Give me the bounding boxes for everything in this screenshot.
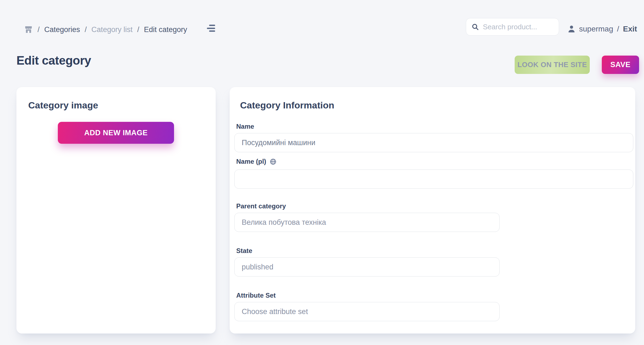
breadcrumb-item-category-list[interactable]: Category list bbox=[92, 25, 133, 34]
product-search bbox=[466, 18, 559, 36]
user-icon bbox=[567, 25, 576, 34]
user-menu[interactable]: supermag / Exit bbox=[567, 24, 637, 34]
breadcrumb-separator: / bbox=[85, 25, 87, 34]
menu-icon[interactable] bbox=[206, 24, 215, 32]
username: supermag bbox=[579, 25, 613, 33]
breadcrumb: / Categories / Category list / Edit cate… bbox=[24, 24, 187, 36]
add-new-image-button[interactable]: ADD NEW IMAGE bbox=[58, 122, 174, 144]
store-icon[interactable] bbox=[24, 25, 33, 34]
breadcrumb-item-edit-category: Edit category bbox=[144, 25, 187, 34]
state-label-text: State bbox=[236, 247, 252, 255]
user-separator: / bbox=[617, 25, 619, 33]
state-input[interactable] bbox=[234, 257, 500, 277]
state-label: State bbox=[236, 247, 252, 255]
menu-bar bbox=[209, 25, 215, 26]
category-image-card: Category image ADD NEW IMAGE bbox=[16, 87, 216, 334]
name-input[interactable] bbox=[234, 133, 633, 152]
page-title: Edit category bbox=[16, 54, 91, 67]
look-on-site-button[interactable]: LOOK ON THE SITE bbox=[515, 56, 590, 74]
attribute-set-label-text: Attribute Set bbox=[236, 292, 276, 299]
menu-bar bbox=[209, 30, 215, 32]
name-label: Name bbox=[236, 123, 254, 130]
name-pl-label-text: Name (pl) bbox=[236, 158, 266, 165]
category-image-title: Category image bbox=[28, 100, 98, 111]
search-icon bbox=[472, 23, 479, 31]
name-label-text: Name bbox=[236, 123, 254, 130]
exit-link[interactable]: Exit bbox=[623, 25, 637, 33]
category-information-title: Category Information bbox=[240, 100, 334, 111]
breadcrumb-separator: / bbox=[137, 25, 139, 34]
save-button[interactable]: SAVE bbox=[602, 56, 639, 74]
name-pl-input[interactable] bbox=[234, 169, 633, 189]
breadcrumb-separator: / bbox=[38, 25, 40, 34]
menu-bar bbox=[207, 28, 215, 29]
attribute-set-input[interactable] bbox=[234, 302, 500, 321]
attribute-set-label: Attribute Set bbox=[236, 292, 276, 299]
name-pl-label: Name (pl) bbox=[236, 158, 277, 165]
parent-category-label: Parent category bbox=[236, 202, 286, 210]
search-input[interactable] bbox=[483, 23, 553, 31]
parent-category-label-text: Parent category bbox=[236, 202, 286, 210]
globe-icon[interactable] bbox=[270, 158, 277, 165]
parent-category-input[interactable] bbox=[234, 213, 500, 232]
category-information-card: Category Information Name Name (pl) Pare… bbox=[230, 87, 635, 334]
breadcrumb-item-categories[interactable]: Categories bbox=[44, 25, 80, 34]
